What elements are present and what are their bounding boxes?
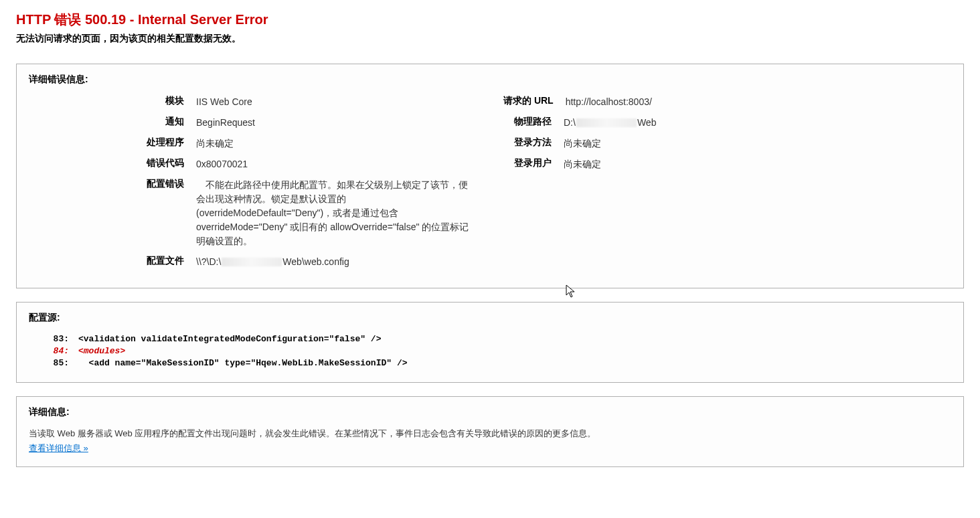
config-source-heading: 配置源: (29, 312, 951, 324)
line-code: <add name="MakeSessionID" type="Hqew.Web… (78, 357, 407, 369)
line-number: 85: (29, 357, 78, 369)
config-file-prefix: \\?\D:\ (196, 256, 221, 267)
logon-user-value: 尚未确定 (564, 157, 951, 171)
config-error-row: 配置错误 不能在此路径中使用此配置节。如果在父级别上锁定了该节，便会出现这种情况… (29, 178, 477, 248)
line-number: 83: (29, 333, 78, 345)
config-file-value: \\?\D:\Web\web.config (196, 255, 477, 269)
error-code-row: 错误代码 0x80070021 (29, 157, 477, 171)
config-line: 85: <add name="MakeSessionID" type="Hqew… (29, 357, 951, 369)
notification-value: BeginRequest (196, 116, 477, 130)
details-panel: 详细错误信息: 模块 IIS Web Core 通知 BeginRequest … (16, 64, 964, 288)
module-label: 模块 (29, 95, 196, 107)
physical-path-suffix: Web (637, 117, 657, 128)
config-file-suffix: Web\web.config (282, 256, 349, 267)
handler-row: 处理程序 尚未确定 (29, 137, 477, 151)
logon-user-label: 登录用户 (503, 157, 564, 169)
config-error-label: 配置错误 (29, 178, 196, 190)
details-left-column: 模块 IIS Web Core 通知 BeginRequest 处理程序 尚未确… (29, 95, 477, 276)
config-source-code: 83:<validation validateIntegratedModeCon… (29, 333, 951, 370)
config-error-value: 不能在此路径中使用此配置节。如果在父级别上锁定了该节，便会出现这种情况。锁定是默… (196, 178, 477, 248)
module-value: IIS Web Core (196, 95, 477, 109)
physical-path-value: D:\Web (564, 116, 951, 130)
redacted-segment (576, 118, 637, 127)
line-code: <modules> (78, 345, 125, 357)
page-title: HTTP 错误 500.19 - Internal Server Error (16, 11, 964, 29)
module-row: 模块 IIS Web Core (29, 95, 477, 109)
logon-method-value: 尚未确定 (564, 137, 951, 151)
config-file-label: 配置文件 (29, 255, 196, 267)
error-code-value: 0x80070021 (196, 157, 477, 171)
line-number: 84: (29, 345, 78, 357)
notification-label: 通知 (29, 116, 196, 128)
requested-url-row: 请求的 URL http://localhost:8003/ (503, 95, 951, 109)
redacted-segment (222, 258, 282, 266)
physical-path-label: 物理路径 (503, 116, 564, 128)
more-info-heading: 详细信息: (29, 406, 951, 418)
notification-row: 通知 BeginRequest (29, 116, 477, 130)
physical-path-prefix: D:\ (564, 117, 576, 128)
logon-method-row: 登录方法 尚未确定 (503, 137, 951, 151)
physical-path-row: 物理路径 D:\Web (503, 116, 951, 130)
more-info-panel: 详细信息: 当读取 Web 服务器或 Web 应用程序的配置文件出现问题时，就会… (16, 396, 964, 467)
more-info-text: 当读取 Web 服务器或 Web 应用程序的配置文件出现问题时，就会发生此错误。… (29, 428, 951, 440)
view-details-link[interactable]: 查看详细信息 » (29, 443, 88, 453)
config-line: 83:<validation validateIntegratedModeCon… (29, 333, 951, 345)
line-code: <validation validateIntegratedModeConfig… (78, 333, 381, 345)
handler-label: 处理程序 (29, 137, 196, 149)
error-subtitle: 无法访问请求的页面，因为该页的相关配置数据无效。 (16, 33, 964, 45)
config-line-error: 84:<modules> (29, 345, 951, 357)
config-file-row: 配置文件 \\?\D:\Web\web.config (29, 255, 477, 269)
handler-value: 尚未确定 (196, 137, 477, 151)
logon-user-row: 登录用户 尚未确定 (503, 157, 951, 171)
logon-method-label: 登录方法 (503, 137, 564, 149)
error-code-label: 错误代码 (29, 157, 196, 169)
details-right-column: 请求的 URL http://localhost:8003/ 物理路径 D:\W… (503, 95, 951, 178)
config-source-panel: 配置源: 83:<validation validateIntegratedMo… (16, 302, 964, 383)
requested-url-label: 请求的 URL (503, 95, 566, 107)
requested-url-value: http://localhost:8003/ (566, 95, 951, 109)
details-heading: 详细错误信息: (29, 74, 951, 86)
